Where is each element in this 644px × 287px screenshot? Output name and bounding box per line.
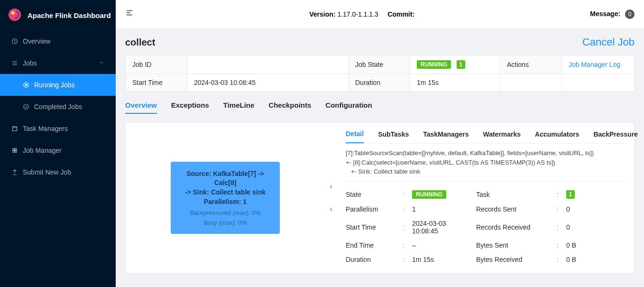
table-row: Job ID Job State RUNNING 1 Actions Job M… xyxy=(126,56,635,74)
sidebar-item-label: Running Jobs xyxy=(34,81,75,89)
tab-exceptions[interactable]: Exceptions xyxy=(171,98,209,114)
svg-rect-6 xyxy=(13,148,15,150)
detail-panel: Detail SubTasks TaskManagers Watermarks … xyxy=(337,122,634,273)
tab-detail[interactable]: Detail xyxy=(346,129,364,143)
expand-left-icon[interactable]: ‹ xyxy=(330,205,332,213)
bytes-sent-label: Bytes Sent xyxy=(476,241,552,249)
duration-label2: Duration xyxy=(346,256,398,263)
logo-row: Apache Flink Dashboard xyxy=(0,0,116,30)
sidebar: Apache Flink Dashboard Overview Jobs Run… xyxy=(0,0,116,287)
version-label: Version: xyxy=(309,10,335,18)
tab-watermarks[interactable]: Watermarks xyxy=(483,130,521,143)
job-title: collect xyxy=(125,37,155,48)
start-time-value: 2024-03-03 10:08:45 xyxy=(187,74,349,92)
flink-logo-icon xyxy=(8,8,22,23)
svg-rect-8 xyxy=(13,151,15,153)
sidebar-item-task-managers[interactable]: Task Managers xyxy=(0,118,116,139)
tab-configuration[interactable]: Configuration xyxy=(325,98,372,114)
sidebar-item-completed-jobs[interactable]: Completed Jobs xyxy=(0,96,116,118)
tab-backpressure[interactable]: BackPressure xyxy=(593,130,637,143)
message-info: Message: 0 xyxy=(590,9,635,19)
bytes-sent-value: 0 B xyxy=(566,241,626,249)
svg-rect-5 xyxy=(12,127,17,131)
job-header: collect Cancel Job xyxy=(125,36,635,48)
job-manager-log-link[interactable]: Job Manager Log xyxy=(569,61,620,68)
job-graph[interactable]: Source: KafkaTable[7] -> Calc[8] -> Sink… xyxy=(126,122,325,273)
start-time-label2: Start Time xyxy=(346,223,398,231)
topbar: Version: 1.17.0-1.1.1.3 Commit: Message:… xyxy=(116,0,644,28)
running-badge: RUNNING xyxy=(417,60,451,69)
sidebar-item-jobs[interactable]: Jobs xyxy=(0,52,116,74)
job-state-label: Job State xyxy=(349,56,410,74)
end-time-value: – xyxy=(412,241,471,249)
job-tabs: Overview Exceptions TimeLine Checkpoints… xyxy=(125,98,635,114)
sidebar-collapse-button[interactable] xyxy=(125,9,134,19)
cancel-job-link[interactable]: Cancel Job xyxy=(582,36,635,48)
sidebar-item-label: Completed Jobs xyxy=(34,103,82,111)
app-name: Apache Flink Dashboard xyxy=(28,11,111,19)
play-circle-icon xyxy=(23,82,29,88)
sidebar-item-overview[interactable]: Overview xyxy=(0,30,116,52)
dashboard-icon xyxy=(11,38,18,45)
main: Version: 1.17.0-1.1.1.3 Commit: Message:… xyxy=(116,0,644,287)
content: collect Cancel Job Job ID Job State RUNN… xyxy=(116,28,644,287)
tab-timeline[interactable]: TimeLine xyxy=(223,98,255,114)
tab-checkpoints[interactable]: Checkpoints xyxy=(268,98,311,114)
commit-label: Commit: xyxy=(387,10,414,18)
graph-node[interactable]: Source: KafkaTable[7] -> Calc[8] -> Sink… xyxy=(171,162,280,234)
sidebar-item-label: Jobs xyxy=(23,59,37,67)
svg-point-1 xyxy=(11,11,15,15)
tab-overview[interactable]: Overview xyxy=(125,98,157,114)
duration-value2: 1m 15s xyxy=(412,256,471,263)
start-time-label: Start Time xyxy=(126,74,187,92)
bars-icon xyxy=(11,60,18,66)
graph-node-busy: Busy (max): 0% xyxy=(175,219,275,226)
svg-point-4 xyxy=(24,104,29,110)
version-value: 1.17.0-1.1.1.3 xyxy=(337,10,378,18)
actions-label: Actions xyxy=(500,56,562,74)
build-icon xyxy=(11,147,18,154)
sidebar-nav: Overview Jobs Running Jobs Completed Job… xyxy=(0,30,116,183)
svg-rect-7 xyxy=(15,148,17,150)
table-row: Start Time 2024-03-03 10:08:45 Duration … xyxy=(126,74,635,92)
actions-cell: Job Manager Log xyxy=(562,56,635,74)
overview-panel: Source: KafkaTable[7] -> Calc[8] -> Sink… xyxy=(125,122,635,274)
version-info: Version: 1.17.0-1.1.1.3 Commit: xyxy=(309,10,414,18)
sidebar-item-label: Overview xyxy=(23,37,50,45)
panel-splitter: › ‹ xyxy=(325,122,337,273)
graph-node-backpressure: Backpressured (max): 0% xyxy=(175,209,275,216)
message-count-badge[interactable]: 0 xyxy=(625,9,635,19)
plan-text: [7]:TableSourceScan(table=[[myhive, defa… xyxy=(346,148,626,176)
sidebar-item-label: Task Managers xyxy=(23,125,68,132)
svg-rect-9 xyxy=(15,151,17,153)
start-time-value2: 2024-03-03 10:08:45 xyxy=(412,220,471,235)
bytes-received-label: Bytes Received xyxy=(476,256,552,263)
job-state-cell: RUNNING 1 xyxy=(410,56,500,74)
svg-point-0 xyxy=(9,8,21,20)
chevron-up-icon xyxy=(99,59,104,67)
tab-subtasks[interactable]: SubTasks xyxy=(378,130,409,143)
expand-right-icon[interactable]: › xyxy=(330,182,332,191)
sidebar-item-label: Job Manager xyxy=(23,147,62,154)
parallelism-value: 1 xyxy=(412,205,471,213)
records-received-value: 0 xyxy=(566,223,626,231)
schedule-icon xyxy=(11,125,18,132)
tab-taskmanagers[interactable]: TaskManagers xyxy=(423,130,469,143)
job-id-value xyxy=(187,56,349,74)
detail-tabs: Detail SubTasks TaskManagers Watermarks … xyxy=(346,129,626,144)
sidebar-item-submit-new-job[interactable]: Submit New Job xyxy=(0,161,116,183)
sidebar-item-job-manager[interactable]: Job Manager xyxy=(0,139,116,161)
records-received-label: Records Received xyxy=(476,223,552,231)
end-time-label: End Time xyxy=(346,241,398,249)
records-sent-label: Records Sent xyxy=(476,205,552,213)
check-circle-icon xyxy=(23,103,29,110)
bytes-received-value: 0 B xyxy=(566,256,626,263)
sidebar-item-running-jobs[interactable]: Running Jobs xyxy=(0,74,116,96)
tab-accumulators[interactable]: Accumulators xyxy=(535,130,579,143)
state-value: RUNNING xyxy=(412,190,471,199)
detail-kv-grid: State: RUNNING Task: 1 Parallelism: 1 Re… xyxy=(346,181,626,263)
task-label: Task xyxy=(476,191,552,198)
job-id-label: Job ID xyxy=(126,56,187,74)
job-state-count-badge: 1 xyxy=(457,60,465,69)
parallelism-label: Parallelism xyxy=(346,205,398,213)
